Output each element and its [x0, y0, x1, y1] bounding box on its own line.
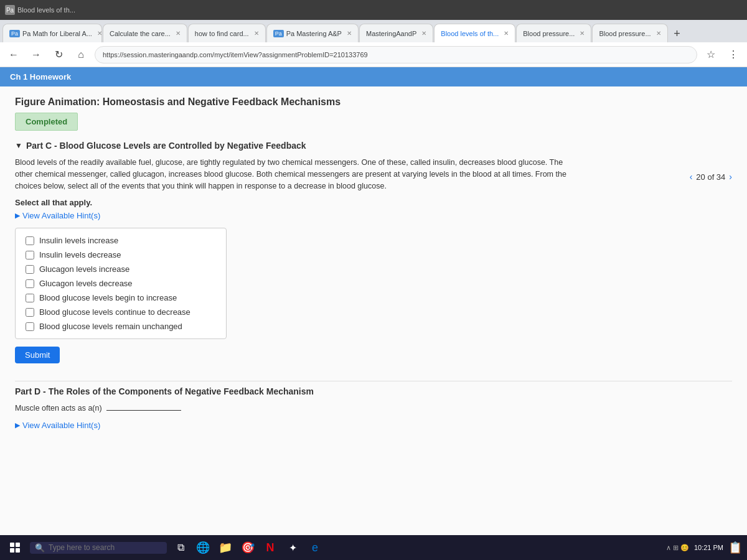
- next-page-button[interactable]: ›: [729, 172, 732, 182]
- tab-close-calc[interactable]: ✕: [176, 30, 181, 37]
- tab-math[interactable]: Pa Pa Math for Liberal A... ✕: [2, 24, 102, 42]
- option-glucose-continue-decrease-label: Blood glucose levels continue to decreas…: [39, 307, 190, 317]
- option-insulin-increase[interactable]: Insulin levels increase: [26, 236, 216, 245]
- page-content: Ch 1 Homework Figure Animation: Homeosta…: [0, 67, 747, 535]
- divider-1: [15, 381, 732, 381]
- option-glucagon-increase[interactable]: Glucagon levels increase: [26, 264, 216, 274]
- title-bar: Pa Blood levels of th...: [0, 0, 747, 20]
- page-counter: 20 of 34: [696, 172, 725, 182]
- tab-close-mastering[interactable]: ✕: [347, 30, 352, 37]
- option-insulin-increase-label: Insulin levels increase: [39, 236, 118, 245]
- option-insulin-decrease[interactable]: Insulin levels decrease: [26, 250, 216, 259]
- taskbar-right: ∧ ⊞ 😊 10:21 PM 📋: [666, 541, 742, 554]
- submit-button[interactable]: Submit: [15, 347, 60, 363]
- tab-mastering[interactable]: Pa Pa Mastering A&P ✕: [266, 24, 359, 42]
- option-glucose-unchanged[interactable]: Blood glucose levels remain unchanged: [26, 322, 216, 331]
- select-all-label: Select all that apply.: [15, 198, 732, 207]
- taskbar-netflix-button[interactable]: N: [261, 539, 279, 556]
- nav-bar: ← → ↻ ⌂ https://session.masteringaandp.c…: [0, 42, 747, 67]
- completed-badge: Completed: [15, 113, 78, 131]
- tab-close-mastering2[interactable]: ✕: [421, 30, 426, 37]
- menu-button[interactable]: ⋮: [725, 46, 742, 63]
- tab-close-bp2[interactable]: ✕: [656, 30, 661, 37]
- assignment-area: Figure Animation: Homeostasis and Negati…: [0, 86, 747, 440]
- start-button[interactable]: [5, 538, 25, 558]
- home-button[interactable]: ⌂: [72, 46, 90, 63]
- refresh-button[interactable]: ↻: [50, 46, 67, 63]
- forward-button[interactable]: →: [27, 46, 45, 63]
- taskbar-icons-area: ∧ ⊞ 😊: [666, 544, 689, 552]
- tab-close-blood[interactable]: ✕: [504, 30, 509, 37]
- taskbar: 🔍 ⧉ 🌐 📁 🎯 N ✦ e ∧ ⊞ 😊 10:21 PM 📋: [0, 535, 747, 560]
- checkbox-glucagon-decrease[interactable]: [26, 279, 34, 288]
- part-d: Part D - The Roles of the Components of …: [15, 386, 732, 430]
- tab-calc[interactable]: Calculate the care... ✕: [103, 24, 187, 42]
- prev-page-button[interactable]: ‹: [690, 172, 693, 182]
- hint-link-label: View Available Hint(s): [22, 211, 100, 220]
- svg-rect-1: [16, 543, 20, 547]
- answer-box: Insulin levels increase Insulin levels d…: [15, 228, 227, 339]
- browser-frame: Pa Blood levels of th... Pa Pa Math for …: [0, 0, 747, 560]
- taskbar-browser-button[interactable]: 🌐: [194, 539, 212, 556]
- tab-bar: Pa Pa Math for Liberal A... ✕ Calculate …: [0, 20, 747, 42]
- svg-rect-2: [10, 548, 14, 553]
- bookmark-button[interactable]: ☆: [702, 46, 720, 63]
- option-glucagon-decrease[interactable]: Glucagon levels decrease: [26, 279, 216, 288]
- taskbar-chrome-button[interactable]: 🎯: [239, 539, 256, 556]
- hint-link-d-label: View Available Hint(s): [22, 421, 100, 430]
- taskbar-edge-button[interactable]: e: [306, 539, 324, 556]
- tab-bp2[interactable]: Blood pressure... ✕: [592, 24, 667, 42]
- course-title: Ch 1 Homework: [10, 72, 71, 82]
- search-bar[interactable]: 🔍: [30, 542, 167, 554]
- taskbar-notification-button[interactable]: 📋: [728, 541, 742, 554]
- browser-icon: Pa: [5, 5, 15, 15]
- option-glucose-begin-increase-label: Blood glucose levels begin to increase: [39, 293, 177, 302]
- page-header: Ch 1 Homework: [0, 67, 747, 86]
- taskbar-search-input[interactable]: [49, 543, 162, 552]
- checkbox-insulin-increase[interactable]: [26, 236, 34, 245]
- checkbox-glucose-unchanged[interactable]: [26, 322, 34, 331]
- taskbar-time: 10:21 PM: [694, 544, 723, 551]
- checkbox-glucose-begin-increase[interactable]: [26, 294, 34, 302]
- checkbox-glucose-continue-decrease[interactable]: [26, 308, 34, 317]
- hint-arrow-icon: ▶: [15, 212, 20, 220]
- page-counter-area: ‹ 20 of 34 ›: [690, 172, 732, 182]
- fill-blank-line: [106, 410, 181, 411]
- tab-bp1[interactable]: Blood pressure... ✕: [516, 24, 591, 42]
- taskbar-search-icon: 🔍: [35, 543, 45, 553]
- back-button[interactable]: ←: [5, 46, 22, 63]
- taskbar-folder-button[interactable]: 📁: [217, 539, 234, 556]
- part-c-title: Part C - Blood Glucose Levels are Contro…: [26, 141, 306, 151]
- checkbox-insulin-decrease[interactable]: [26, 251, 34, 259]
- svg-rect-0: [10, 543, 14, 547]
- taskbar-view-button[interactable]: ⧉: [172, 539, 189, 556]
- option-glucagon-decrease-label: Glucagon levels decrease: [39, 279, 133, 288]
- tab-close-bp1[interactable]: ✕: [580, 30, 585, 37]
- tab-close-card[interactable]: ✕: [254, 30, 259, 37]
- hint-link-partd[interactable]: ▶ View Available Hint(s): [15, 421, 732, 430]
- part-c-header: ▼ Part C - Blood Glucose Levels are Cont…: [15, 141, 732, 151]
- option-glucose-continue-decrease[interactable]: Blood glucose levels continue to decreas…: [26, 307, 216, 317]
- option-glucose-unchanged-label: Blood glucose levels remain unchanged: [39, 322, 182, 331]
- hint-arrow-d-icon: ▶: [15, 421, 20, 429]
- address-text: https://session.masteringaandp.com/myct/…: [103, 51, 368, 58]
- title-bar-text: Blood levels of th...: [17, 6, 742, 14]
- taskbar-wifi-button[interactable]: ✦: [284, 539, 301, 556]
- part-d-question: Muscle often acts as a(n): [15, 403, 732, 414]
- option-glucose-begin-increase[interactable]: Blood glucose levels begin to increase: [26, 293, 216, 302]
- tab-card[interactable]: how to find card... ✕: [188, 24, 266, 42]
- page-title: Figure Animation: Homeostasis and Negati…: [15, 96, 732, 108]
- part-d-header: Part D - The Roles of the Components of …: [15, 386, 732, 396]
- hint-link-partc[interactable]: ▶ View Available Hint(s): [15, 211, 732, 220]
- option-insulin-decrease-label: Insulin levels decrease: [39, 250, 121, 259]
- tab-mastering2[interactable]: MasteringAandP ✕: [359, 24, 433, 42]
- tab-blood[interactable]: Blood levels of th... ✕: [434, 24, 515, 42]
- address-bar[interactable]: https://session.masteringaandp.com/myct/…: [95, 46, 697, 63]
- svg-rect-3: [16, 548, 20, 553]
- new-tab-button[interactable]: +: [669, 25, 686, 42]
- part-d-title: Part D - The Roles of the Components of …: [15, 386, 314, 396]
- part-c-triangle: ▼: [15, 141, 22, 150]
- tab-close-math[interactable]: ✕: [97, 30, 102, 37]
- part-c-question: Blood levels of the readily available fu…: [15, 157, 575, 192]
- checkbox-glucagon-increase[interactable]: [26, 265, 34, 274]
